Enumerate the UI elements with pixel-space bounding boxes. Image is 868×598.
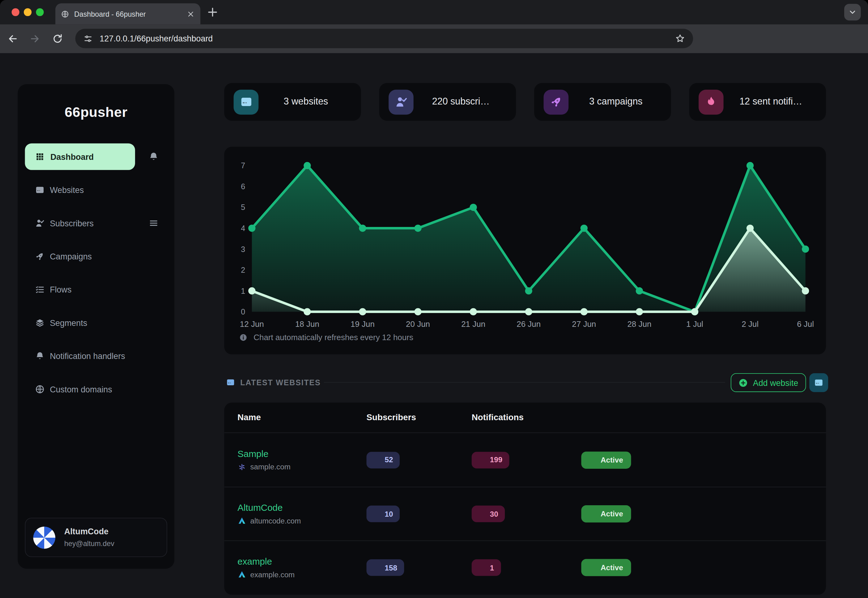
- stat-label: 12 sent notifi…: [724, 96, 826, 108]
- calendar-icon-button[interactable]: [684, 508, 695, 519]
- column-subscribers: Subscribers: [367, 413, 416, 422]
- notifications-badge: 30: [472, 505, 505, 522]
- svg-text:7: 7: [241, 161, 245, 170]
- tab-search-button[interactable]: [844, 4, 861, 21]
- avatar: [33, 526, 55, 549]
- altumcode-favicon-icon: [238, 516, 247, 525]
- sidebar-item-websites[interactable]: Websites: [18, 183, 174, 197]
- website-name-link[interactable]: example: [238, 556, 294, 567]
- flame-icon: [478, 564, 486, 571]
- sidebar-item-label: Campaigns: [50, 252, 92, 261]
- rocket-icon: [35, 251, 45, 261]
- website-name-link[interactable]: AltumCode: [238, 502, 301, 513]
- websites-table: Name Subscribers Notifications Sample sa…: [224, 402, 826, 595]
- stat-card[interactable]: 220 subscri…: [379, 83, 516, 121]
- section-title: LATEST WEBSITES: [240, 378, 321, 387]
- stat-card[interactable]: 12 sent notifi…: [689, 83, 826, 121]
- site-settings-icon[interactable]: [83, 33, 93, 43]
- row-menu-button[interactable]: [795, 508, 807, 519]
- svg-text:6: 6: [241, 182, 245, 191]
- history-icon-button[interactable]: [705, 454, 716, 465]
- svg-text:21 Jun: 21 Jun: [461, 319, 485, 329]
- asterisk-favicon-icon: [238, 462, 247, 471]
- new-tab-button[interactable]: [206, 6, 219, 19]
- website-name-link[interactable]: Sample: [238, 448, 291, 459]
- sidebar-item-flows[interactable]: Flows: [18, 283, 174, 296]
- history-icon-button[interactable]: [705, 562, 716, 573]
- chart-note: Chart automatically refreshes every 12 h…: [239, 333, 413, 342]
- user-card[interactable]: AltumCode hey@altum.dev: [25, 517, 167, 557]
- browser-tab[interactable]: Dashboard - 66pusher: [55, 3, 200, 24]
- flame-icon: [478, 456, 486, 464]
- back-button[interactable]: [7, 33, 18, 44]
- sidebar-item-dashboard[interactable]: Dashboard: [25, 144, 135, 170]
- svg-text:2 Jul: 2 Jul: [742, 319, 759, 329]
- user-email: hey@altum.dev: [64, 539, 114, 547]
- reload-button[interactable]: [52, 33, 63, 44]
- bookmark-star-icon[interactable]: [675, 33, 685, 43]
- info-icon: [239, 333, 248, 341]
- svg-text:26 Jun: 26 Jun: [517, 319, 541, 329]
- stat-card[interactable]: 3 campaigns: [534, 83, 671, 121]
- user-check-icon: [373, 564, 381, 571]
- table-row: example example.com 158 1 Active: [224, 541, 826, 594]
- stat-card[interactable]: 3 websites: [224, 83, 361, 121]
- website-domain: sample.com: [238, 462, 291, 471]
- browser-icon: [35, 185, 45, 195]
- layers-icon: [35, 318, 45, 328]
- status-badge: Active: [581, 505, 630, 523]
- sidebar-item-segments[interactable]: Segments: [18, 316, 174, 330]
- browser-icon: [226, 378, 235, 387]
- page-content: 66pusher DashboardWebsitesSubscribersCam…: [0, 53, 868, 598]
- website-domain: altumcode.com: [238, 516, 301, 525]
- traffic-lights[interactable]: [12, 8, 43, 16]
- user-check-icon: [373, 456, 381, 464]
- tab-strip: Dashboard - 66pusher: [0, 0, 868, 24]
- stat-label: 3 websites: [258, 96, 361, 108]
- check-icon: [589, 564, 596, 571]
- status-badge: Active: [581, 451, 630, 469]
- website-cell: AltumCode altumcode.com: [238, 502, 301, 525]
- browser-icon: [234, 89, 259, 114]
- websites-list-button[interactable]: [809, 373, 828, 392]
- flame-icon: [478, 510, 486, 517]
- sidebar-item-label: Subscribers: [50, 218, 94, 227]
- tab-title: Dashboard - 66pusher: [74, 10, 181, 18]
- forward-button[interactable]: [29, 33, 40, 44]
- sidebar-item-label: Segments: [50, 318, 87, 327]
- row-menu-button[interactable]: [795, 562, 807, 573]
- table-header: Name Subscribers Notifications: [224, 402, 826, 433]
- chevron-down-icon: [848, 8, 857, 17]
- sidebar-item-label: Notification handlers: [50, 351, 125, 360]
- svg-text:6 Jul: 6 Jul: [797, 319, 814, 329]
- chart-card: 0123456712 Jun18 Jun19 Jun20 Jun21 Jun26…: [224, 147, 826, 355]
- notifications-badge: 199: [472, 451, 509, 468]
- add-website-button[interactable]: Add website: [731, 373, 806, 392]
- chart-note-text: Chart automatically refreshes every 12 h…: [254, 333, 413, 342]
- svg-text:18 Jun: 18 Jun: [295, 319, 319, 329]
- svg-text:4: 4: [241, 224, 245, 233]
- url-bar[interactable]: 127.0.0.1/66pusher/dashboard: [75, 29, 693, 48]
- menu-icon[interactable]: [148, 218, 159, 229]
- user-check-icon: [373, 510, 381, 517]
- latest-websites-header: LATEST WEBSITES Add website: [224, 373, 826, 392]
- browser-window: Dashboard - 66pusher 127.0.0.1/66pusher/…: [0, 0, 868, 598]
- sidebar-item-label: Dashboard: [50, 152, 94, 161]
- calendar-icon-button[interactable]: [684, 562, 695, 573]
- svg-text:19 Jun: 19 Jun: [351, 319, 375, 329]
- website-domain: example.com: [238, 570, 294, 579]
- sidebar-item-campaigns[interactable]: Campaigns: [18, 250, 174, 263]
- sidebar-item-custom-domains[interactable]: Custom domains: [18, 383, 174, 396]
- sidebar-item-notification-handlers[interactable]: Notification handlers: [18, 350, 174, 363]
- bell-icon[interactable]: [148, 151, 159, 162]
- calendar-icon-button[interactable]: [684, 454, 695, 465]
- history-icon-button[interactable]: [705, 508, 716, 519]
- svg-text:20 Jun: 20 Jun: [406, 319, 430, 329]
- svg-text:2: 2: [241, 266, 245, 274]
- row-menu-button[interactable]: [795, 454, 807, 465]
- stat-label: 220 subscri…: [414, 96, 516, 108]
- svg-text:12 Jun: 12 Jun: [240, 319, 264, 329]
- check-icon: [589, 456, 596, 463]
- grid-icon: [35, 152, 45, 162]
- tab-close-icon[interactable]: [187, 10, 195, 18]
